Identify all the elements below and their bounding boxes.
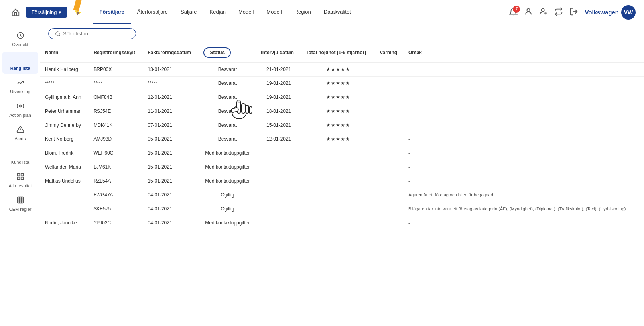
cell-faktureringsdatum: 04-01-2021 <box>143 188 199 202</box>
table-row[interactable]: Henrik Hallberg BRP00X 13-01-2021 Besvar… <box>40 62 644 77</box>
cem-regler-icon <box>16 196 24 205</box>
col-status[interactable]: Status <box>199 43 256 62</box>
cell-registreringsskylt: YPJ02C <box>89 216 143 230</box>
tab-modell1[interactable]: Modell <box>232 0 260 24</box>
user-profile-button[interactable] <box>524 7 533 17</box>
oversikt-icon <box>16 31 24 41</box>
sidebar-item-kundlista[interactable]: Kundlista <box>2 146 38 168</box>
tab-forsaljare[interactable]: Försäljare <box>93 0 131 24</box>
cell-stars: ★★★★★ <box>301 62 375 77</box>
data-table: Namn Registreringsskylt Faktureringsdatu… <box>40 43 644 230</box>
sidebar-item-label: Ranglista <box>10 66 30 71</box>
alert-badge: 7 <box>513 6 520 13</box>
alerts-button[interactable]: 7 <box>509 8 518 17</box>
cell-varning <box>375 62 404 77</box>
sidebar-item-action-plan[interactable]: Action plan <box>2 99 38 121</box>
sidebar-item-oversikt[interactable]: Översikt <box>2 28 38 50</box>
cell-faktureringsdatum: 15-01-2021 <box>143 174 199 188</box>
brand-logo: Volkswagen VW <box>585 5 636 20</box>
cell-orsak: - <box>404 104 644 118</box>
tab-aterförsäljare[interactable]: Återförsäljare <box>131 0 174 24</box>
cell-registreringsskylt: RZL54A <box>89 174 143 188</box>
cell-orsak: - <box>404 77 644 90</box>
cell-orsak: - <box>404 90 644 104</box>
cell-registreringsskylt: LJM61K <box>89 160 143 174</box>
cell-registreringsskylt: WEH60G <box>89 146 143 160</box>
sidebar-item-label: Översikt <box>12 42 28 47</box>
cell-status: Besvarat <box>199 104 256 118</box>
search-bar <box>40 24 644 43</box>
table-row[interactable]: FWG47A 04-01-2021 Ogiltig Ägaren är ett … <box>40 188 644 202</box>
cell-status: Med kontaktuppgifter <box>199 146 256 160</box>
forsaljning-dropdown-button[interactable]: Försäljning ▾ <box>26 7 67 18</box>
table-row[interactable]: Peter Urhammar RSJ54E 11-01-2021 Besvara… <box>40 104 644 118</box>
tab-säljare[interactable]: Säljare <box>174 0 203 24</box>
home-button[interactable] <box>8 5 23 20</box>
col-total-nojdhet: Total nöjdhet (1-5 stjärnor) <box>301 43 375 62</box>
cell-status: Med kontaktuppgifter <box>199 216 256 230</box>
table-row[interactable]: Norlin, Jannike YPJ02C 04-01-2021 Med ko… <box>40 216 644 230</box>
content-area: Namn Registreringsskylt Faktureringsdatu… <box>40 24 644 326</box>
cell-status: Besvarat <box>199 118 256 132</box>
cell-registreringsskylt: AMJ93D <box>89 132 143 146</box>
cell-intervjudatum <box>256 146 301 160</box>
cell-intervjudatum: 18-01-2021 <box>256 104 301 118</box>
cell-stars: ★★★★★ <box>301 104 375 118</box>
table-row[interactable]: SKE575 04-01-2021 Ogiltig Bilägaren får … <box>40 202 644 216</box>
svg-rect-24 <box>21 177 23 180</box>
search-input[interactable] <box>63 31 129 37</box>
cell-varning <box>375 104 404 118</box>
cell-intervjudatum <box>256 202 301 216</box>
add-user-button[interactable] <box>539 7 548 17</box>
cell-varning <box>375 118 404 132</box>
cell-status: Ogiltig <box>199 188 256 202</box>
sidebar-item-ranglista[interactable]: Ranglista <box>2 52 38 74</box>
sidebar-item-cem-regler[interactable]: CEM regler <box>2 193 38 215</box>
tab-kedjan[interactable]: Kedjan <box>203 0 232 24</box>
cell-intervjudatum <box>256 160 301 174</box>
search-input-wrap[interactable] <box>48 28 136 39</box>
svg-point-30 <box>56 31 59 35</box>
table-row[interactable]: Mattias Undelius RZL54A 15-01-2021 Med k… <box>40 174 644 188</box>
kundlista-icon <box>16 149 24 158</box>
cell-namn: ***** <box>40 77 89 90</box>
tab-modell2[interactable]: Modell <box>260 0 288 24</box>
cell-varning <box>375 132 404 146</box>
cell-status: Besvarat <box>199 90 256 104</box>
chevron-down-icon: ▾ <box>59 9 61 15</box>
transfer-button[interactable] <box>554 7 563 17</box>
svg-rect-22 <box>21 174 23 176</box>
cell-stars <box>301 216 375 230</box>
table-row[interactable]: Wellander, Maria LJM61K 15-01-2021 Med k… <box>40 160 644 174</box>
sidebar-item-utveckling[interactable]: Utveckling <box>2 75 38 97</box>
table-row[interactable]: Kent Norberg AMJ93D 05-01-2021 Besvarat … <box>40 132 644 146</box>
table-row[interactable]: Jimmy Dennerby MDK41K 07-01-2021 Besvara… <box>40 118 644 132</box>
logout-button[interactable] <box>569 7 578 17</box>
cell-varning <box>375 160 404 174</box>
tab-datakvalitet[interactable]: Datakvalitet <box>317 0 357 24</box>
cell-status: Med kontaktuppgifter <box>199 160 256 174</box>
cell-namn: Peter Urhammar <box>40 104 89 118</box>
cell-orsak: - <box>404 62 644 77</box>
cell-stars: ★★★★★ <box>301 77 375 90</box>
sidebar-item-alla-resultat[interactable]: Alla resultat <box>2 169 38 191</box>
cell-faktureringsdatum: 07-01-2021 <box>143 118 199 132</box>
cell-orsak: - <box>404 118 644 132</box>
table-row[interactable]: Blom, Fredrik WEH60G 15-01-2021 Med kont… <box>40 146 644 160</box>
sidebar-item-label: CEM regler <box>9 207 32 212</box>
cell-stars <box>301 146 375 160</box>
col-intervjudatum: Intervju datum <box>256 43 301 62</box>
tab-region[interactable]: Region <box>288 0 317 24</box>
svg-point-15 <box>19 105 21 107</box>
alerts-sidebar-icon <box>16 126 24 135</box>
sidebar-item-alerts[interactable]: Alerts <box>2 122 38 144</box>
table-row[interactable]: Gyllingmark, Ann OMF84B 12-01-2021 Besva… <box>40 90 644 104</box>
status-column-header[interactable]: Status <box>203 47 231 58</box>
sidebar-item-label: Action plan <box>9 113 31 118</box>
svg-point-6 <box>527 9 530 12</box>
main-layout: Översikt Ranglista <box>0 24 644 326</box>
table-row[interactable]: ***** ***** ***** Besvarat 19-01-2021 ★★… <box>40 77 644 90</box>
cell-namn: Henrik Hallberg <box>40 62 89 77</box>
cell-registreringsskylt: FWG47A <box>89 188 143 202</box>
cell-varning <box>375 77 404 90</box>
